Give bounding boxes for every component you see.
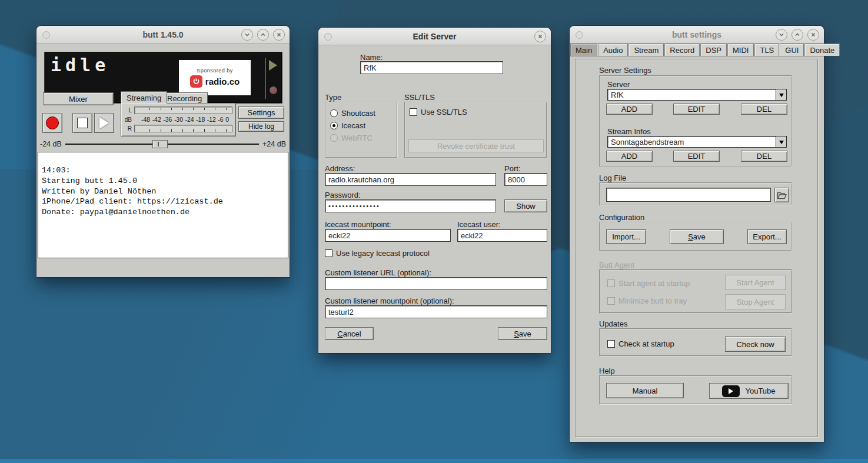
icecast-user-input[interactable]: ecki22 xyxy=(457,229,547,242)
window-shade-button[interactable] xyxy=(776,29,787,41)
manual-button[interactable]: Manual xyxy=(606,383,684,398)
stream-status-text: idle xyxy=(51,55,109,75)
tab-dsp[interactable]: DSP xyxy=(700,44,727,56)
listener-url-input[interactable] xyxy=(325,277,547,290)
port-input[interactable]: 8000 xyxy=(504,173,547,186)
window-close-button[interactable] xyxy=(273,29,285,41)
config-save-button[interactable]: Save xyxy=(670,229,724,244)
show-password-button[interactable]: Show xyxy=(504,199,547,212)
checkbox-icon[interactable] xyxy=(410,108,417,116)
gain-max-label: +24 dB xyxy=(262,140,286,148)
server-add-button[interactable]: ADD xyxy=(606,104,653,115)
tab-recording[interactable]: Recording xyxy=(161,92,208,104)
record-button[interactable] xyxy=(42,113,62,133)
listener-mount-label: Custom listener mountpoint (optional): xyxy=(325,297,454,305)
name-label: Name: xyxy=(360,53,383,62)
stream-edit-button[interactable]: EDIT xyxy=(673,151,720,162)
use-ssl-checkbox[interactable]: Use SSL/TLS xyxy=(410,108,467,116)
tab-main[interactable]: Main xyxy=(570,44,597,56)
radioco-brand-text: radio.co xyxy=(205,76,240,86)
scale-tick-label: 0 xyxy=(225,116,229,123)
save-button[interactable]: Save xyxy=(498,327,547,340)
checkbox-disabled-icon xyxy=(607,297,615,305)
check-at-startup-checkbox[interactable]: Check at startup xyxy=(607,339,674,348)
import-button[interactable]: Import... xyxy=(606,229,646,244)
tab-streaming[interactable]: Streaming xyxy=(121,91,167,104)
butt-settings-window: butt settings Main Audio Stream Record D… xyxy=(570,26,824,442)
radio-icecast[interactable]: Icecast xyxy=(330,121,365,130)
radio-checked-icon[interactable] xyxy=(330,122,338,129)
radio-webrtc: WebRTC xyxy=(330,134,373,142)
log-line: 14:03: xyxy=(42,165,284,176)
edit-server-titlebar[interactable]: Edit Server xyxy=(318,28,551,45)
window-shade-button[interactable] xyxy=(241,29,253,41)
name-input[interactable]: RfK xyxy=(360,61,503,74)
tab-tls[interactable]: TLS xyxy=(754,44,779,56)
tab-donate[interactable]: Donate xyxy=(804,44,840,56)
sponsor-banner[interactable]: Sponsored by radio.co xyxy=(179,60,251,95)
tab-audio[interactable]: Audio xyxy=(598,44,628,56)
meter-right-label: R xyxy=(123,125,133,132)
stream-del-button[interactable]: DEL xyxy=(741,151,787,162)
window-close-button[interactable] xyxy=(807,29,819,41)
tab-gui[interactable]: GUI xyxy=(780,44,804,56)
stream-add-button[interactable]: ADD xyxy=(606,151,653,162)
checkbox-disabled-icon xyxy=(607,279,615,287)
gain-slider-handle[interactable] xyxy=(152,140,168,148)
help-group: Manual YouTube xyxy=(599,375,792,405)
checkbox-icon[interactable] xyxy=(607,340,615,348)
desktop: butt 1.45.0 idle Sponsored by radio.co xyxy=(0,0,868,463)
tab-record[interactable]: Record xyxy=(664,44,700,56)
hide-log-button[interactable]: Hide log xyxy=(238,121,284,132)
server-dropdown[interactable]: RfK xyxy=(607,89,787,101)
server-edit-button[interactable]: EDIT xyxy=(673,104,720,115)
browse-log-file-button[interactable] xyxy=(774,188,789,202)
mixer-button[interactable]: Mixer xyxy=(43,92,114,105)
chevron-down-icon[interactable] xyxy=(776,136,786,147)
stop-button[interactable] xyxy=(72,113,92,133)
tab-stream[interactable]: Stream xyxy=(628,44,664,56)
scale-tick-label: -42 xyxy=(152,116,161,123)
butt-titlebar[interactable]: butt 1.45.0 xyxy=(36,26,290,44)
checkbox-icon[interactable] xyxy=(325,249,332,257)
address-input[interactable]: radio.krautchan.org xyxy=(325,173,496,186)
export-button[interactable]: Export... xyxy=(747,229,787,244)
legacy-protocol-checkbox[interactable]: Use legacy Icecast protocol xyxy=(325,249,430,258)
stop-icon xyxy=(77,118,88,128)
butt-agent-label: Butt Agent xyxy=(599,261,634,269)
cancel-button[interactable]: Cancel xyxy=(325,327,374,340)
chevron-down-icon[interactable] xyxy=(776,89,786,100)
checkbox-label: Minimize butt to tray xyxy=(618,297,687,305)
server-label: Server xyxy=(607,80,630,89)
server-del-button[interactable]: DEL xyxy=(741,104,787,115)
meter-left-strip xyxy=(134,106,232,114)
port-label: Port: xyxy=(504,164,520,173)
tab-midi[interactable]: MIDI xyxy=(727,44,754,56)
log-line: Donate: paypal@danielnoethen.de xyxy=(42,207,284,218)
settings-titlebar[interactable]: butt settings xyxy=(570,26,824,44)
youtube-button[interactable]: YouTube xyxy=(709,383,789,399)
log-file-label: Log File xyxy=(599,174,626,182)
server-dropdown-value: RfK xyxy=(608,90,776,100)
gain-slider[interactable] xyxy=(65,140,259,148)
radio-icon[interactable] xyxy=(330,109,338,117)
start-agent-startup-checkbox: Start agent at startup xyxy=(607,279,690,288)
radio-shoutcast[interactable]: Shoutcast xyxy=(330,109,375,118)
window-maximize-button[interactable] xyxy=(257,29,269,41)
check-now-button[interactable]: Check now xyxy=(725,337,786,352)
scale-tick-label: -6 xyxy=(218,116,223,123)
scale-tick-label: -30 xyxy=(174,116,183,123)
log-file-input[interactable] xyxy=(606,188,771,202)
listener-mount-input[interactable]: testurl2 xyxy=(325,305,547,318)
meter-left-label: L xyxy=(123,107,133,114)
stream-infos-dropdown[interactable]: Sonntagabendstream xyxy=(607,136,787,148)
play-button[interactable] xyxy=(94,113,114,133)
password-input[interactable]: ••••••••••••••• xyxy=(325,199,496,212)
settings-button[interactable]: Settings xyxy=(238,106,284,119)
checkbox-label: Use legacy Icecast protocol xyxy=(336,249,430,258)
mountpoint-input[interactable]: ecki22 xyxy=(325,229,451,242)
meter-scale: -48 -42 -36 -30 -24 -18 -12 -6 0 xyxy=(134,116,232,123)
window-close-button[interactable] xyxy=(534,31,546,42)
window-maximize-button[interactable] xyxy=(791,29,803,41)
radio-label: Icecast xyxy=(341,121,365,130)
